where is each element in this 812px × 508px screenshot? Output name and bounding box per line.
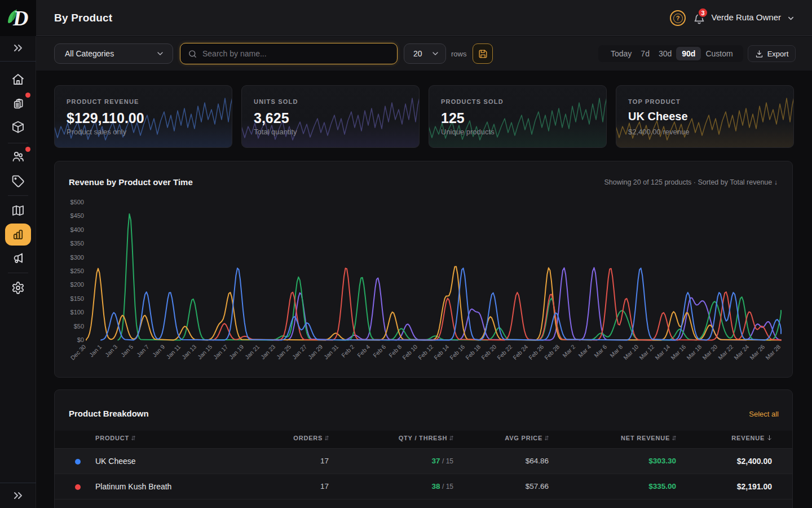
svg-text:Mar 24: Mar 24 (732, 343, 751, 361)
svg-text:Feb 14: Feb 14 (433, 343, 451, 361)
svg-text:Jan 15: Jan 15 (196, 343, 214, 361)
svg-text:Jan 13: Jan 13 (180, 343, 198, 361)
svg-text:Jan 9: Jan 9 (151, 343, 166, 358)
svg-text:Mar 22: Mar 22 (717, 343, 735, 361)
svg-text:$300: $300 (70, 254, 84, 261)
svg-text:$450: $450 (70, 212, 84, 219)
svg-text:$150: $150 (70, 295, 84, 302)
svg-text:Mar 16: Mar 16 (669, 343, 687, 361)
svg-text:Mar 10: Mar 10 (622, 343, 640, 361)
svg-text:Feb 20: Feb 20 (480, 343, 498, 361)
svg-text:Jan 19: Jan 19 (228, 343, 245, 361)
svg-text:Jan 1: Jan 1 (88, 343, 103, 358)
svg-text:Feb 28: Feb 28 (543, 343, 561, 361)
svg-text:Mar 12: Mar 12 (638, 343, 656, 361)
svg-text:Jan 7: Jan 7 (135, 343, 151, 358)
svg-text:Jan 17: Jan 17 (212, 343, 230, 361)
svg-text:Feb 6: Feb 6 (372, 343, 387, 359)
svg-text:Feb 24: Feb 24 (511, 343, 529, 361)
svg-text:Mar 28: Mar 28 (764, 343, 782, 361)
svg-text:Dec 30: Dec 30 (69, 343, 87, 361)
svg-text:Mar 20: Mar 20 (701, 343, 719, 361)
svg-text:$50: $50 (74, 323, 84, 330)
svg-text:Feb 18: Feb 18 (464, 343, 482, 361)
svg-text:Mar 6: Mar 6 (593, 343, 608, 359)
svg-text:D: D (12, 6, 28, 30)
svg-text:Feb 12: Feb 12 (417, 343, 435, 361)
svg-text:Jan 5: Jan 5 (120, 343, 135, 358)
svg-text:Jan 25: Jan 25 (275, 343, 293, 361)
svg-text:Feb 4: Feb 4 (356, 343, 372, 359)
svg-text:Jan 21: Jan 21 (244, 343, 261, 361)
svg-text:$100: $100 (70, 309, 84, 316)
svg-text:Mar 18: Mar 18 (685, 343, 703, 361)
svg-text:Jan 3: Jan 3 (104, 343, 119, 358)
svg-text:$500: $500 (70, 199, 84, 205)
svg-text:Feb 10: Feb 10 (401, 343, 419, 361)
svg-text:Jan 23: Jan 23 (259, 343, 277, 361)
svg-text:Feb 16: Feb 16 (448, 343, 466, 361)
svg-text:Mar 4: Mar 4 (577, 343, 593, 359)
svg-text:Feb 2: Feb 2 (340, 343, 356, 359)
svg-text:$350: $350 (70, 240, 84, 247)
svg-text:Mar 26: Mar 26 (748, 343, 766, 361)
svg-text:$400: $400 (70, 226, 84, 233)
svg-text:Feb 26: Feb 26 (527, 343, 545, 361)
svg-text:$200: $200 (70, 281, 84, 288)
svg-text:$250: $250 (70, 268, 84, 274)
svg-text:Jan 11: Jan 11 (165, 343, 182, 360)
svg-text:Jan 27: Jan 27 (291, 343, 308, 361)
svg-text:Jan 29: Jan 29 (307, 343, 324, 361)
svg-text:Mar 14: Mar 14 (654, 343, 672, 361)
svg-text:$0: $0 (77, 336, 84, 343)
svg-text:Mar 2: Mar 2 (561, 343, 577, 359)
svg-text:Jan 31: Jan 31 (323, 343, 340, 361)
svg-text:Feb 22: Feb 22 (496, 343, 514, 361)
